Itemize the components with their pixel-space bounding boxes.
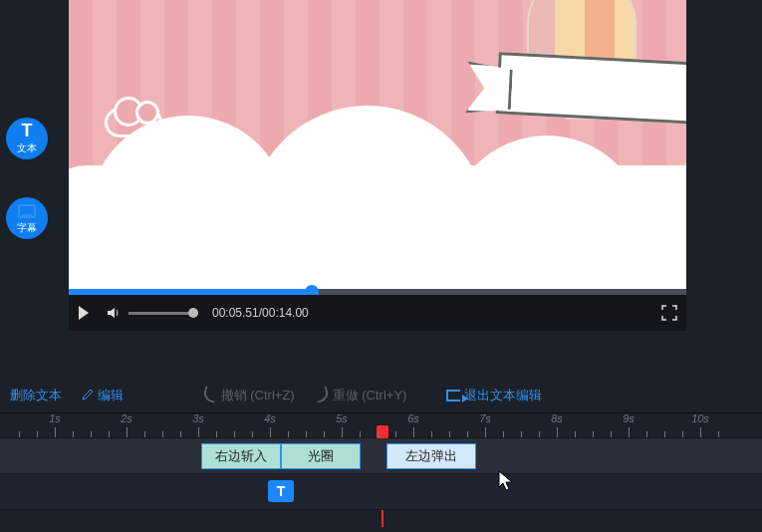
delete-text-button[interactable]: 删除文本 bbox=[10, 387, 62, 404]
ruler-tick bbox=[413, 427, 414, 437]
ruler-tick bbox=[270, 427, 271, 437]
ruler-label: 10s bbox=[691, 412, 709, 424]
ruler-tick bbox=[629, 427, 630, 437]
player-bar: 00:05.51/00:14.00 bbox=[69, 295, 686, 331]
ruler-label: 4s bbox=[264, 412, 276, 424]
ruler-tick bbox=[431, 431, 432, 437]
ruler-tick bbox=[360, 431, 361, 437]
play-button[interactable] bbox=[69, 295, 99, 331]
ruler-tick bbox=[55, 427, 56, 437]
ruler-tick bbox=[324, 431, 325, 437]
preview-title-text: 快乐时光 bbox=[539, 175, 686, 267]
ruler-tick bbox=[611, 431, 612, 437]
exit-label: 退出文本编辑 bbox=[464, 388, 542, 402]
ruler-tick bbox=[718, 431, 719, 437]
ruler-tick bbox=[234, 431, 235, 437]
ruler-tick bbox=[575, 431, 576, 437]
edit-icon bbox=[82, 389, 94, 400]
ruler-label: 7s bbox=[479, 412, 491, 424]
ruler-tick bbox=[73, 431, 74, 437]
ruler-tick bbox=[485, 427, 486, 437]
ruler-tick bbox=[521, 431, 522, 437]
text-toolbar: 删除文本 编辑 撤销 (Ctrl+Z) 重做 (Ctrl+Y) 退出文本编辑 bbox=[0, 381, 762, 410]
ruler-tick bbox=[91, 431, 92, 437]
ruler-tick bbox=[216, 431, 217, 437]
text-marker[interactable]: T bbox=[268, 480, 294, 502]
ruler-label: 8s bbox=[551, 412, 563, 424]
text-icon: T bbox=[22, 122, 33, 139]
ruler-tick bbox=[288, 431, 289, 437]
exit-icon bbox=[446, 390, 460, 401]
ruler-tick bbox=[19, 431, 20, 437]
ruler-label: 1s bbox=[49, 412, 61, 424]
text-tool-button[interactable]: T 文本 bbox=[6, 118, 48, 159]
ruler-tick bbox=[198, 427, 199, 437]
ruler-tick bbox=[144, 431, 145, 437]
play-icon bbox=[79, 306, 89, 320]
volume-button[interactable] bbox=[99, 295, 128, 331]
ruler-tick bbox=[252, 431, 253, 437]
volume-icon bbox=[106, 305, 122, 321]
ruler-tick bbox=[503, 431, 504, 437]
timeline-clip[interactable]: 光圈 bbox=[281, 443, 361, 469]
ruler-tick bbox=[378, 431, 379, 437]
ruler-tick bbox=[162, 431, 163, 437]
ruler-tick bbox=[180, 431, 181, 437]
ruler-label: 9s bbox=[623, 412, 635, 424]
ruler-tick bbox=[646, 431, 647, 437]
ruler-tick bbox=[700, 427, 701, 437]
ruler-tick bbox=[664, 431, 665, 437]
exit-text-edit-button[interactable]: 退出文本编辑 bbox=[446, 387, 542, 404]
time-display: 00:05.51/00:14.00 bbox=[212, 306, 309, 320]
fullscreen-icon bbox=[661, 305, 677, 321]
ruler-tick bbox=[557, 427, 558, 437]
subtitle-tool-button[interactable]: 字幕 bbox=[6, 197, 48, 239]
volume-slider[interactable] bbox=[128, 312, 198, 315]
volume-handle[interactable] bbox=[188, 308, 198, 318]
redo-button: 重做 (Ctrl+Y) bbox=[315, 387, 407, 404]
timeline: 1s2s3s4s5s6s7s8s9s10s 右边斩入光圈左边弹出 T bbox=[0, 412, 762, 510]
fullscreen-button[interactable] bbox=[652, 295, 686, 331]
timeline-clip[interactable]: 左边弹出 bbox=[386, 443, 476, 469]
ruler-tick bbox=[593, 431, 594, 437]
ruler-label: 3s bbox=[192, 412, 204, 424]
ruler-tick bbox=[539, 431, 540, 437]
subtitle-tool-label: 字幕 bbox=[17, 221, 37, 235]
ruler-tick bbox=[306, 431, 307, 437]
ruler-tick bbox=[109, 431, 110, 437]
time-ruler[interactable]: 1s2s3s4s5s6s7s8s9s10s bbox=[0, 412, 762, 438]
ruler-tick bbox=[37, 431, 38, 437]
redo-icon bbox=[313, 386, 331, 403]
ruler-tick bbox=[127, 427, 127, 437]
timeline-clip[interactable]: 右边斩入 bbox=[201, 443, 281, 469]
subtitle-icon bbox=[18, 201, 36, 219]
effects-track[interactable]: 右边斩入光圈左边弹出 bbox=[0, 438, 762, 474]
edit-button[interactable]: 编辑 bbox=[82, 387, 124, 404]
ruler-tick bbox=[395, 431, 396, 437]
ruler-label: 5s bbox=[336, 412, 348, 424]
ruler-label: 6s bbox=[407, 412, 419, 424]
text-track[interactable]: T bbox=[0, 474, 762, 510]
ruler-label: 2s bbox=[121, 412, 132, 424]
preview-canvas[interactable]: 快乐时光 bbox=[69, 0, 686, 295]
cursor-icon bbox=[498, 470, 514, 496]
ruler-tick bbox=[449, 431, 450, 437]
redo-label: 重做 (Ctrl+Y) bbox=[333, 388, 407, 402]
undo-label: 撤销 (Ctrl+Z) bbox=[221, 388, 295, 402]
edit-label: 编辑 bbox=[98, 388, 124, 402]
undo-icon bbox=[201, 386, 219, 403]
undo-button: 撤销 (Ctrl+Z) bbox=[203, 387, 295, 404]
ruler-tick bbox=[682, 431, 683, 437]
text-tool-label: 文本 bbox=[17, 141, 37, 155]
ruler-tick bbox=[342, 427, 343, 437]
ruler-tick bbox=[467, 431, 468, 437]
